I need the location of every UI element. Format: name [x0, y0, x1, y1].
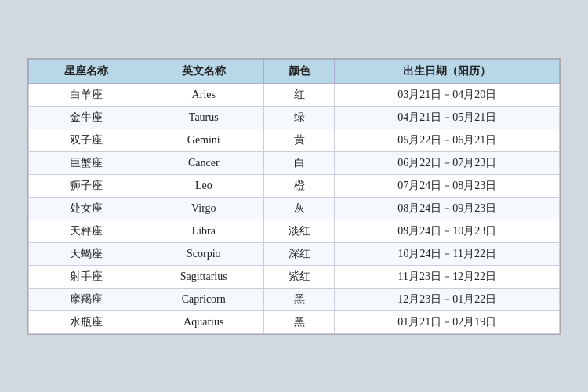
- table-cell: 10月24日－11月22日: [335, 242, 560, 265]
- table-row: 处女座Virgo灰08月24日－09月23日: [29, 197, 560, 220]
- table-cell: Cancer: [143, 151, 264, 174]
- table-header-row: 星座名称 英文名称 颜色 出生日期（阳历）: [29, 59, 560, 83]
- col-header-date: 出生日期（阳历）: [335, 59, 560, 83]
- table-cell: Virgo: [143, 197, 264, 220]
- table-row: 金牛座Taurus绿04月21日－05月21日: [29, 106, 560, 129]
- table-row: 双子座Gemini黄05月22日－06月21日: [29, 129, 560, 151]
- col-header-chinese-name: 星座名称: [29, 59, 143, 83]
- table-cell: 双子座: [29, 129, 143, 151]
- table-cell: Sagittarius: [143, 265, 264, 288]
- table-cell: 灰: [264, 197, 335, 220]
- table-cell: 01月21日－02月19日: [335, 310, 560, 333]
- table-cell: 红: [264, 83, 335, 106]
- table-cell: 05月22日－06月21日: [335, 129, 560, 151]
- table-cell: Aquarius: [143, 310, 264, 333]
- table-cell: Scorpio: [143, 242, 264, 265]
- table-row: 白羊座Aries红03月21日－04月20日: [29, 83, 560, 106]
- table-cell: 射手座: [29, 265, 143, 288]
- table-row: 巨蟹座Cancer白06月22日－07月23日: [29, 151, 560, 174]
- table-cell: 03月21日－04月20日: [335, 83, 560, 106]
- table-row: 天秤座Libra淡红09月24日－10月23日: [29, 220, 560, 242]
- table-cell: 黑: [264, 310, 335, 333]
- table-cell: Aries: [143, 83, 264, 106]
- table-cell: 紫红: [264, 265, 335, 288]
- table-cell: 08月24日－09月23日: [335, 197, 560, 220]
- table-cell: 天蝎座: [29, 242, 143, 265]
- table-cell: Gemini: [143, 129, 264, 151]
- table-cell: 白: [264, 151, 335, 174]
- col-header-english-name: 英文名称: [143, 59, 264, 83]
- table-cell: 11月23日－12月22日: [335, 265, 560, 288]
- table-cell: Capricorn: [143, 288, 264, 310]
- table-cell: 天秤座: [29, 220, 143, 242]
- table-cell: 狮子座: [29, 174, 143, 197]
- table-body: 白羊座Aries红03月21日－04月20日金牛座Taurus绿04月21日－0…: [29, 83, 560, 333]
- table-row: 水瓶座Aquarius黑01月21日－02月19日: [29, 310, 560, 333]
- table-cell: 金牛座: [29, 106, 143, 129]
- table-cell: 橙: [264, 174, 335, 197]
- table-cell: Taurus: [143, 106, 264, 129]
- table-cell: 淡红: [264, 220, 335, 242]
- table-cell: 黑: [264, 288, 335, 310]
- table-cell: 水瓶座: [29, 310, 143, 333]
- table-cell: 摩羯座: [29, 288, 143, 310]
- table-row: 天蝎座Scorpio深红10月24日－11月22日: [29, 242, 560, 265]
- table-cell: Libra: [143, 220, 264, 242]
- table-cell: 白羊座: [29, 83, 143, 106]
- col-header-color: 颜色: [264, 59, 335, 83]
- table-cell: 绿: [264, 106, 335, 129]
- table-cell: 12月23日－01月22日: [335, 288, 560, 310]
- table-cell: Leo: [143, 174, 264, 197]
- table-row: 狮子座Leo橙07月24日－08月23日: [29, 174, 560, 197]
- table-cell: 09月24日－10月23日: [335, 220, 560, 242]
- table-row: 射手座Sagittarius紫红11月23日－12月22日: [29, 265, 560, 288]
- zodiac-table: 星座名称 英文名称 颜色 出生日期（阳历） 白羊座Aries红03月21日－04…: [28, 59, 560, 334]
- table-cell: 04月21日－05月21日: [335, 106, 560, 129]
- zodiac-table-container: 星座名称 英文名称 颜色 出生日期（阳历） 白羊座Aries红03月21日－04…: [27, 58, 561, 335]
- table-row: 摩羯座Capricorn黑12月23日－01月22日: [29, 288, 560, 310]
- table-cell: 巨蟹座: [29, 151, 143, 174]
- table-cell: 处女座: [29, 197, 143, 220]
- table-cell: 深红: [264, 242, 335, 265]
- table-cell: 黄: [264, 129, 335, 151]
- table-cell: 06月22日－07月23日: [335, 151, 560, 174]
- table-cell: 07月24日－08月23日: [335, 174, 560, 197]
